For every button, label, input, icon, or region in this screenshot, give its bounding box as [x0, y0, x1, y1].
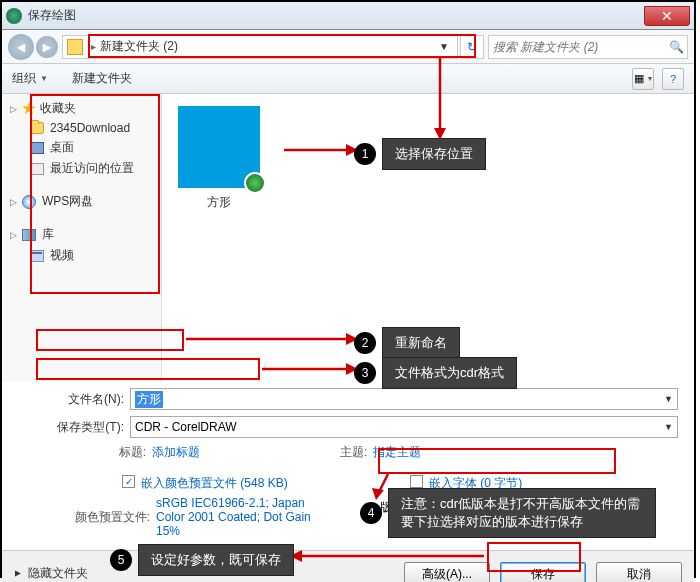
chevron-down-icon[interactable]: ▼	[658, 394, 673, 404]
filename-input[interactable]: 方形 ▼	[130, 388, 678, 410]
folder-icon	[30, 122, 44, 134]
hide-folders-toggle[interactable]: ▲ 隐藏文件夹	[14, 565, 88, 582]
dialog-footer: ▲ 隐藏文件夹 高级(A)... 保存 取消	[2, 550, 694, 582]
save-button[interactable]: 保存	[500, 562, 586, 583]
recent-icon	[30, 163, 44, 175]
coreldraw-badge-icon	[244, 172, 266, 194]
embed-color-checkbox[interactable]	[122, 475, 135, 488]
filename-label: 文件名(N):	[32, 391, 130, 408]
help-button[interactable]: ?	[662, 68, 684, 90]
thumbnail-label: 方形	[174, 194, 264, 211]
chevron-down-icon[interactable]: ▾	[567, 502, 578, 512]
color-profile-value: sRGB IEC61966-2.1; Japan Color 2001 Coat…	[156, 496, 326, 538]
organize-menu[interactable]: 组织 ▼	[12, 70, 48, 87]
search-box[interactable]: 🔍	[488, 35, 688, 59]
body-area: ▷ 收藏夹 2345Download 桌面 最近访问的位置 ▷ WPS网盘 ▷	[2, 94, 694, 382]
library-icon	[22, 229, 36, 241]
sidebar-wps-header[interactable]: ▷ WPS网盘	[2, 191, 161, 212]
close-button[interactable]: ✕	[644, 6, 690, 26]
sidebar-item-recent[interactable]: 最近访问的位置	[2, 158, 161, 179]
search-icon: 🔍	[669, 40, 683, 54]
chevron-right-icon: ▸	[91, 41, 96, 52]
wps-icon	[22, 195, 36, 209]
sidebar-item-video[interactable]: 视频	[2, 245, 161, 266]
save-fields: 文件名(N): 方形 ▼ 保存类型(T): CDR - CorelDRAW ▼ …	[2, 382, 694, 471]
version-select[interactable]: 21.0 (2019) ▾	[433, 496, 583, 518]
chevron-up-icon: ▲	[13, 569, 24, 579]
embed-font-checkbox[interactable]	[410, 475, 423, 488]
wps-label: WPS网盘	[42, 193, 93, 210]
titlebar: 保存绘图 ✕	[2, 2, 694, 30]
new-folder-button[interactable]: 新建文件夹	[72, 70, 132, 87]
subject-meta-label: 主题:	[340, 444, 373, 461]
advanced-button[interactable]: 高级(A)...	[404, 562, 490, 583]
video-icon	[30, 250, 44, 262]
sidebar-item-downloads[interactable]: 2345Download	[2, 119, 161, 137]
star-icon	[22, 102, 36, 116]
chevron-down-icon[interactable]: ▼	[658, 422, 673, 432]
folder-icon	[67, 39, 83, 55]
chevron-down-icon: ▾	[648, 74, 652, 83]
embed-font-label: 嵌入字体 (0 字节)	[429, 475, 522, 492]
title-meta-label: 标题:	[32, 444, 152, 461]
app-icon	[6, 8, 22, 24]
subject-meta-link[interactable]: 指定主题	[373, 444, 421, 461]
address-bar[interactable]: ▸ 新建文件夹 (2) ▼	[62, 35, 458, 59]
new-folder-label: 新建文件夹	[72, 70, 132, 87]
title-meta-link[interactable]: 添加标题	[152, 444, 200, 461]
desktop-icon	[30, 142, 44, 154]
sidebar-libraries-header[interactable]: ▷ 库	[2, 224, 161, 245]
version-value: 21.0 (2019)	[438, 500, 499, 514]
sidebar-favorites-header[interactable]: ▷ 收藏夹	[2, 98, 161, 119]
libraries-label: 库	[42, 226, 54, 243]
window-title: 保存绘图	[28, 7, 76, 24]
chevron-down-icon: ▼	[40, 74, 48, 83]
cancel-button[interactable]: 取消	[596, 562, 682, 583]
save-options: 嵌入颜色预置文件 (548 KB) 颜色预置文件: sRGB IEC61966-…	[2, 471, 694, 550]
nav-forward-button[interactable]: ►	[36, 36, 58, 58]
navbar: ◄ ► ▸ 新建文件夹 (2) ▼ ↻ 🔍	[2, 30, 694, 64]
view-options-button[interactable]: ▦▾	[632, 68, 654, 90]
search-input[interactable]	[493, 40, 669, 54]
sidebar: ▷ 收藏夹 2345Download 桌面 最近访问的位置 ▷ WPS网盘 ▷	[2, 94, 162, 382]
file-area[interactable]: 方形	[162, 94, 694, 382]
favorites-label: 收藏夹	[40, 100, 76, 117]
toolbar: 组织 ▼ 新建文件夹 ▦▾ ?	[2, 64, 694, 94]
thumbnail-image	[178, 106, 260, 188]
chevron-down-icon: ▷	[10, 104, 20, 114]
filetype-value: CDR - CorelDRAW	[135, 420, 237, 434]
filetype-label: 保存类型(T):	[32, 419, 130, 436]
organize-label: 组织	[12, 70, 36, 87]
version-label: 版本(S) :	[380, 499, 427, 516]
color-profile-label: 颜色预置文件:	[42, 509, 156, 526]
nav-back-button[interactable]: ◄	[8, 34, 34, 60]
save-dialog-window: 保存绘图 ✕ ◄ ► ▸ 新建文件夹 (2) ▼ ↻ 🔍 组织 ▼ 新建文件夹 …	[0, 0, 696, 578]
chevron-right-icon: ▷	[10, 197, 20, 207]
filetype-select[interactable]: CDR - CorelDRAW ▼	[130, 416, 678, 438]
address-segment[interactable]: 新建文件夹 (2)	[100, 38, 178, 55]
chevron-right-icon: ▷	[10, 230, 20, 240]
filename-value: 方形	[135, 391, 163, 408]
embed-color-label: 嵌入颜色预置文件 (548 KB)	[141, 475, 301, 492]
sidebar-item-desktop[interactable]: 桌面	[2, 137, 161, 158]
address-dropdown-icon[interactable]: ▼	[435, 41, 453, 52]
file-thumbnail[interactable]: 方形	[174, 106, 264, 211]
refresh-button[interactable]: ↻	[460, 35, 484, 59]
